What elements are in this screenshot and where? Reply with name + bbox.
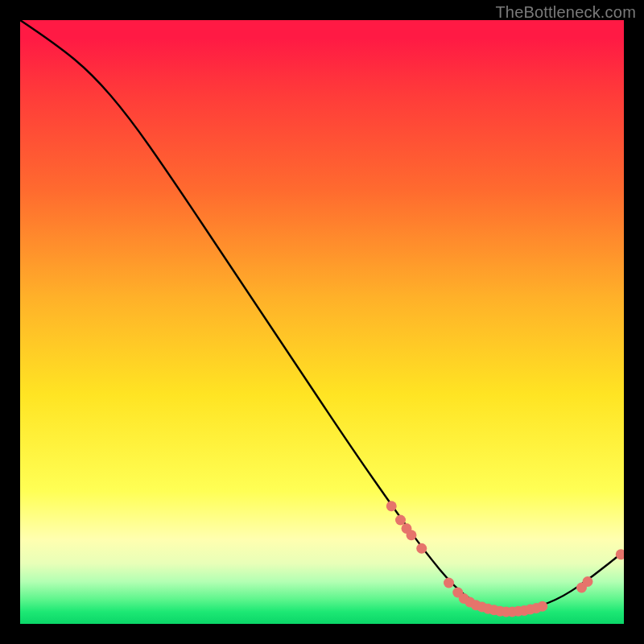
plot-svg <box>20 20 624 624</box>
curve-marker <box>386 501 397 511</box>
plot-area <box>20 20 624 624</box>
watermark-label: TheBottleneck.com <box>495 3 636 22</box>
curve-marker <box>583 576 593 587</box>
curve-marker <box>537 601 547 612</box>
curve-marker <box>416 543 427 554</box>
curve-marker <box>444 578 454 588</box>
bottleneck-curve <box>20 20 624 611</box>
curve-marker <box>407 530 417 540</box>
curve-markers <box>386 501 624 617</box>
curve-marker <box>395 515 406 526</box>
chart-container: TheBottleneck.com <box>0 0 644 644</box>
